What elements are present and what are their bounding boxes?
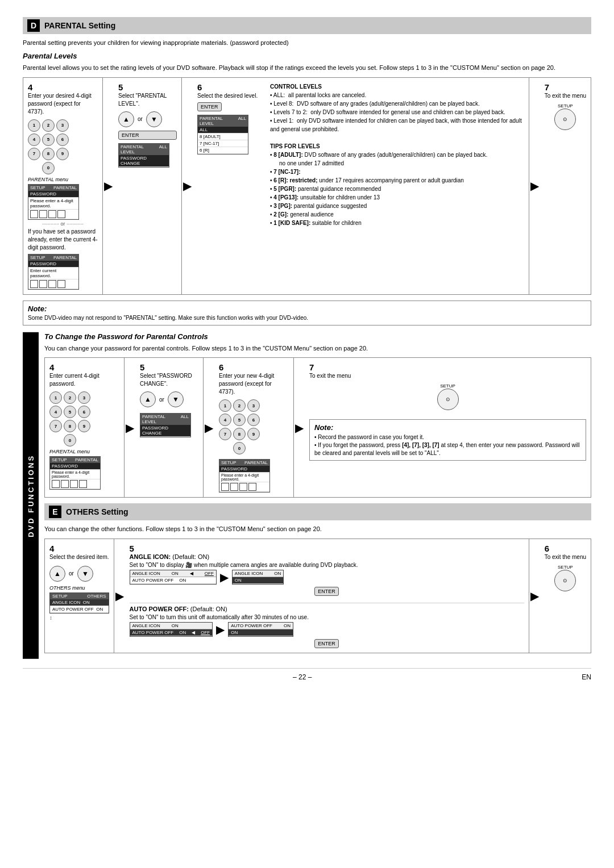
ckey-6: 6 xyxy=(78,406,90,418)
cnkey-9: 9 xyxy=(247,428,260,440)
pwd-box4 xyxy=(57,210,65,218)
cpwd-new-keypad: 1 2 3 4 5 6 7 8 9 0 xyxy=(219,399,289,454)
cpwd-arrow3: ▶ xyxy=(294,421,305,435)
auto-power-arrow: ▶ xyxy=(216,623,225,636)
tip-9: • 1 [KID SAFE]: suitable for children xyxy=(270,219,524,227)
others-arrow1: ▶ xyxy=(114,589,125,603)
screen2-row1: PASSWORD xyxy=(28,261,78,268)
npwd-b2 xyxy=(230,483,238,491)
pwd2-box1 xyxy=(30,280,38,288)
angle-menu-row: ANGLE ICON ON ◀ OFF AUTO POWER OFF ON ▶ xyxy=(130,570,524,585)
pl-row1: PASSWORD CHANGE xyxy=(119,155,169,167)
cpwd-b3 xyxy=(70,480,78,488)
cpwd-step6-text: Enter your new 4-digit password (except … xyxy=(219,372,289,396)
screen2-boxes xyxy=(28,279,78,289)
ckey-0: 0 xyxy=(64,434,76,446)
cpwd-step5-text: Select "PASSWORD CHANGE". xyxy=(140,372,198,388)
screen1: SETUP PARENTAL PASSWORD Please enter a 4… xyxy=(28,184,79,220)
auto-power-section: AUTO POWER OFF: (Default: ON) Set to "ON… xyxy=(130,606,524,648)
change-pwd-steps: 4 Enter current 4-digit password. 1 2 3 … xyxy=(44,357,591,498)
cl-all: • ALL: all parental locks are canceled. xyxy=(270,91,524,99)
screen1-boxes xyxy=(28,210,78,219)
pwd-box2 xyxy=(39,210,47,218)
section-e-intro: You can change the other functions. Foll… xyxy=(44,525,591,533)
cpwd-setup-circle[interactable]: ⊙ xyxy=(437,389,459,410)
cnkey-2: 2 xyxy=(233,399,246,412)
cpwd-down[interactable]: ▼ xyxy=(168,391,184,407)
cnkey-8: 8 xyxy=(233,428,246,440)
cpwd-note: Note: • Record the password in case you … xyxy=(309,419,586,460)
cpwd-step4: 4 Enter current 4-digit password. 1 2 3 … xyxy=(45,358,125,497)
cpwd-b4 xyxy=(79,480,87,488)
cpwd-step7-text: To exit the menu xyxy=(309,372,586,380)
others-steps: 4 Select the desired item. ▲ or ▼ OTHERS… xyxy=(44,539,591,653)
pl-header: PARENTAL LEVEL ALL xyxy=(119,144,169,155)
ls-header: PARENTAL LEVEL ALL xyxy=(198,115,248,127)
section-d-letter: D xyxy=(27,19,40,32)
npwd-b3 xyxy=(239,483,247,491)
pwd2-box4 xyxy=(57,280,65,288)
screen2-text: Enter current password. xyxy=(28,268,78,279)
auto-power-menu-screen: ANGLE ICON ON AUTO POWER OFF ON ◀ OFF xyxy=(130,622,213,637)
tip-1: • 8 [ADULT]: DVD software of any grades … xyxy=(270,151,524,159)
up-arrow[interactable]: ▲ xyxy=(118,111,134,127)
cnkey-5: 5 xyxy=(233,414,246,426)
cpwd-step6: 6 Enter your new 4-digit password (excep… xyxy=(214,358,294,497)
page-footer: – 22 – EN xyxy=(23,668,591,681)
others-up[interactable]: ▲ xyxy=(49,566,65,582)
change-pwd-intro: You can change your password for parenta… xyxy=(44,344,591,353)
setup-btn-label: SETUP ⊙ xyxy=(545,103,586,130)
parental-note-text: Some DVD-video may not respond to "PAREN… xyxy=(28,315,308,321)
cpwd-pl-screen: PARENTAL LEVEL ALL PASSWORD CHANGE xyxy=(140,413,191,437)
tip-2: no one under 17 admitted xyxy=(270,159,524,168)
cnkey-7: 7 xyxy=(219,428,231,440)
change-pwd-title: To Change the Password for Parental Cont… xyxy=(44,332,591,341)
tip-7: • 3 [PG]: parental guidance suggested xyxy=(270,202,524,210)
step4-parental: 4 Enter your desired 4-digit password (e… xyxy=(23,78,103,294)
pwd2-box3 xyxy=(48,280,56,288)
cpwd-keypad: 1 2 3 4 5 6 7 8 9 0 xyxy=(49,391,119,446)
cpwd-step5: 5 Select "PASSWORD CHANGE". ▲ or ▼ PAREN… xyxy=(135,358,204,497)
others-step4-text: Select the desired item. xyxy=(49,553,109,561)
others-screen: SETUP OTHERS ANGLE ICON ON AUTO POWER OF… xyxy=(49,592,109,614)
key-4: 4 xyxy=(28,133,40,146)
others-down[interactable]: ▼ xyxy=(77,566,93,582)
arrow1: ▶ xyxy=(103,179,114,193)
step4-text: Enter your desired 4-digit password (exp… xyxy=(28,92,98,116)
en-label: EN xyxy=(582,673,591,681)
parental-level-screen: PARENTAL LEVEL ALL PASSWORD CHANGE xyxy=(118,143,169,168)
enter-btn-angle: ENTER xyxy=(130,587,524,596)
step6-num: 6 xyxy=(197,82,265,92)
cpwd-step4-num: 4 xyxy=(49,362,119,372)
others-step5: 5 ANGLE ICON: (Default: ON) Set to "ON" … xyxy=(125,539,529,653)
cpwd-step7: 7 To exit the menu SETUP ⊙ Note: • Recor… xyxy=(305,358,591,497)
cpwd-b1 xyxy=(52,480,60,488)
npwd-b1 xyxy=(221,483,229,491)
enter-btn6[interactable]: ENTER xyxy=(197,102,222,111)
others-arrow2: ▶ xyxy=(529,589,540,603)
down-arrow[interactable]: ▼ xyxy=(146,111,162,127)
angle-icon-desc: Set to "ON" to display 🎥 when multiple c… xyxy=(130,562,524,568)
others-menu-label: OTHERS menu xyxy=(49,585,109,591)
angle-icon-section: ANGLE ICON: (Default: ON) Set to "ON" to… xyxy=(130,553,524,596)
section-e-header: E OTHERS Setting xyxy=(44,503,591,520)
others-step4: 4 Select the desired item. ▲ or ▼ OTHERS… xyxy=(45,539,114,653)
key-7: 7 xyxy=(28,148,40,160)
cpwd-new-screen: SETUP PARENTAL PASSWORD Please enter a 4… xyxy=(219,459,270,493)
dvd-functions-section: DVD FUNCTIONS To Change the Password for… xyxy=(23,332,591,659)
cpwd-step4-text: Enter current 4-digit password. xyxy=(49,372,119,388)
ckey-7: 7 xyxy=(49,420,62,432)
setup-circle[interactable]: ⊙ xyxy=(554,108,576,130)
cpwd-parental-label: PARENTAL menu xyxy=(49,449,119,454)
others-row1: ANGLE ICON ON xyxy=(50,599,109,606)
ls-row3: 7 [NC-17] xyxy=(198,140,248,147)
or-divider: ············ or ············ xyxy=(28,221,98,227)
others-screen-hd: SETUP OTHERS xyxy=(50,593,109,599)
enter-btn5[interactable]: ENTER xyxy=(118,131,177,140)
content-area: To Change the Password for Parental Cont… xyxy=(44,332,591,659)
cpwd-up[interactable]: ▲ xyxy=(140,391,156,407)
section-e-title: OTHERS Setting xyxy=(66,507,128,516)
parental-levels-steps: 4 Enter your desired 4-digit password (e… xyxy=(23,77,591,295)
key-6: 6 xyxy=(56,133,69,146)
others-setup-circle[interactable]: ⊙ xyxy=(554,570,576,591)
